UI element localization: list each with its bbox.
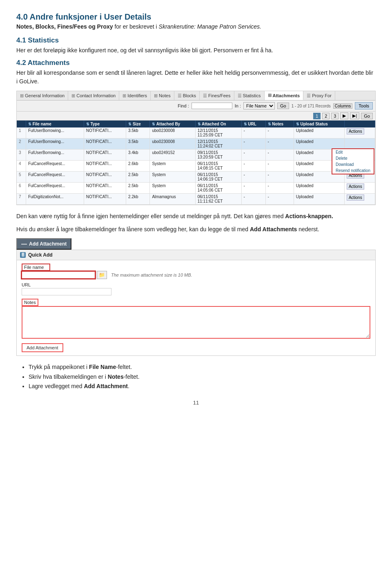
- dropdown-delete[interactable]: Delete: [332, 155, 374, 161]
- grid-icon: ⊞: [154, 93, 158, 98]
- notes-label: Notes: [22, 299, 38, 306]
- grid-icon: ⊞: [122, 93, 126, 98]
- table-row: 3 FulUserBorrowing... NOTIFICATI... 3.4k…: [17, 150, 375, 161]
- records-info: 1 - 20 of 171 Records: [292, 104, 331, 108]
- grid-icon: ⊞: [268, 93, 272, 98]
- bullet-item-3: Lagre vedlegget med Add Attachment.: [29, 382, 376, 391]
- tab-attachments[interactable]: ⊞ Attachments: [265, 91, 304, 100]
- tab-label: Notes: [159, 93, 171, 98]
- url-cell: -: [241, 161, 265, 172]
- dropdown-edit[interactable]: Edit: [332, 149, 374, 155]
- bullet-list: Trykk på mappeikonet i File Name-feltet.…: [16, 362, 376, 391]
- file-name-input[interactable]: [22, 271, 95, 279]
- table-row: 2 FulUserBorrowing... NOTIFICATI... 3.5k…: [17, 139, 375, 150]
- bullet-item-1: Trykk på mappeikonet i File Name-feltet.: [29, 362, 376, 372]
- tab-proxy-for[interactable]: ☰ Proxy For: [303, 91, 335, 100]
- tab-blocks[interactable]: ☰ Blocks: [174, 91, 200, 100]
- attachments-table: ⇅ File name ⇅ Type ⇅ Size ⇅ Attached By …: [17, 121, 375, 205]
- tab-identifiers[interactable]: ⊞ Identifiers: [119, 91, 151, 100]
- actions-button[interactable]: Actions: [347, 128, 364, 134]
- col-upload-status[interactable]: ⇅ Upload Status: [294, 121, 344, 127]
- section-42-text: Her blir all korrespondanse som er sendt…: [16, 69, 376, 86]
- action-cell[interactable]: Actions: [344, 194, 375, 205]
- tab-label: Identifiers: [127, 93, 147, 98]
- row-num-cell: 5: [17, 172, 26, 183]
- col-attached-by[interactable]: ⇅ Attached By: [150, 121, 195, 127]
- col-size[interactable]: ⇅ Size: [126, 121, 150, 127]
- find-input[interactable]: [192, 103, 232, 109]
- max-size-text: The maximum attachment size is 10 MB.: [111, 273, 192, 277]
- add-attachment-bar-button[interactable]: — Add Attachment: [16, 238, 71, 250]
- actions-button[interactable]: Actions: [347, 183, 364, 190]
- row-num-cell: 3: [17, 150, 26, 161]
- folder-browse-button[interactable]: 📁: [97, 271, 107, 279]
- actions-knappen-label: Actions-knappen.: [285, 213, 333, 219]
- file-name-label: File name: [22, 264, 50, 271]
- action-cell[interactable]: Actions: [344, 183, 375, 194]
- add-attachments-label: Add Attachments: [250, 226, 297, 232]
- actions-button[interactable]: Actions: [347, 194, 364, 201]
- notes-cell: -: [265, 150, 294, 161]
- action-cell[interactable]: Actions: [344, 127, 375, 139]
- type-cell: NOTIFICATI...: [84, 127, 126, 139]
- go-button[interactable]: Go: [277, 103, 289, 109]
- col-attached-on[interactable]: ⇅ Attached On: [195, 121, 241, 127]
- page-last-button[interactable]: ▶|: [350, 112, 359, 119]
- url-input[interactable]: [22, 288, 111, 295]
- filename-cell: FulUserBorrowing...: [26, 150, 84, 161]
- attached-by-cell: Almamagnus: [150, 194, 195, 205]
- col-notes[interactable]: ⇅ Notes: [265, 121, 294, 127]
- notes-cell: -: [265, 183, 294, 194]
- table-row: 6 FulCancelRequest... NOTIFICATI... 2.5k…: [17, 183, 375, 194]
- file-name-row: File name 📁 The maximum attachment size …: [22, 264, 370, 279]
- size-cell: 2.5kb: [126, 172, 150, 183]
- notes-cell: -: [265, 139, 294, 150]
- pagination-go-button[interactable]: Go: [361, 113, 373, 119]
- attached-by-cell: ubo0249152: [150, 150, 195, 161]
- dropdown-resend[interactable]: Resend notification: [332, 168, 374, 174]
- tab-label: Contact Information: [76, 93, 116, 98]
- row-num-cell: 7: [17, 194, 26, 205]
- table-row: 5 FulCancelRequest... NOTIFICATI... 2.5k…: [17, 172, 375, 183]
- tab-general-information[interactable]: ⊞ General Information: [17, 91, 68, 100]
- quick-add-header: 🗄 Quick Add: [17, 250, 375, 260]
- body-text-1: Den kan være nyttig for å finne igjen he…: [16, 212, 376, 221]
- tab-label: Attachments: [273, 93, 300, 98]
- filename-cell: FulCancelRequest...: [26, 172, 84, 183]
- attached-on-cell: 09/11/201513:20:59 CET: [195, 150, 241, 161]
- row-num-cell: 4: [17, 161, 26, 172]
- tab-notes[interactable]: ⊞ Notes: [151, 91, 174, 100]
- url-cell: -: [241, 183, 265, 194]
- col-filename[interactable]: ⇅ File name: [26, 121, 84, 127]
- tools-button[interactable]: Tools: [355, 102, 373, 109]
- in-select[interactable]: File Name: [243, 102, 275, 109]
- notes-cell: -: [265, 161, 294, 172]
- table-row: 7 FulDigitizationNot... NOTIFICATI... 2.…: [17, 194, 375, 205]
- minus-icon: —: [21, 241, 27, 247]
- add-attachment-submit-button[interactable]: Add Attachment: [22, 343, 63, 352]
- dropdown-download[interactable]: Download: [332, 161, 374, 168]
- page-3-button[interactable]: 3: [331, 113, 339, 119]
- filename-cell: FulDigitizationNot...: [26, 194, 84, 205]
- grid-icon: ⊞: [71, 93, 75, 98]
- actions-dropdown[interactable]: Edit Delete Download Resend notification: [332, 148, 374, 174]
- page-next-button[interactable]: ▶: [340, 112, 348, 119]
- url-cell: -: [241, 150, 265, 161]
- url-cell: -: [241, 172, 265, 183]
- col-type[interactable]: ⇅ Type: [84, 121, 126, 127]
- tab-label: Fines/Fees: [208, 93, 230, 98]
- tab-contact-information[interactable]: ⊞ Contact Information: [68, 91, 119, 100]
- notes-textarea[interactable]: [22, 306, 370, 339]
- attached-on-cell: 06/11/201511:11:62 CET: [195, 194, 241, 205]
- tab-fines-fees[interactable]: ☰ Fines/Fees: [200, 91, 234, 100]
- row-num-cell: 6: [17, 183, 26, 194]
- size-cell: 3.4kb: [126, 150, 150, 161]
- attached-on-cell: 06/11/201514:06:19 CET: [195, 172, 241, 183]
- status-cell: Uploaded: [294, 139, 344, 150]
- page-1-button[interactable]: 1: [313, 113, 321, 119]
- columns-button[interactable]: Columns: [333, 103, 352, 109]
- action-cell[interactable]: [344, 139, 375, 150]
- tab-statistics[interactable]: ☰ Statistics: [234, 91, 265, 100]
- page-2-button[interactable]: 2: [322, 113, 330, 119]
- col-url[interactable]: ⇅ URL: [241, 121, 265, 127]
